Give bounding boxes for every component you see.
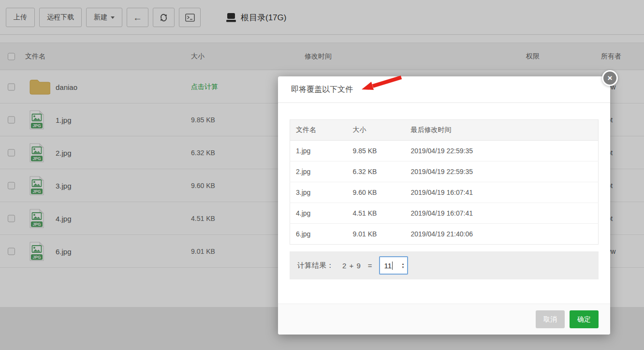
overwrite-file-table: 文件名 大小 最后修改时间 1.jpg 9.85 KB 2019/04/19 2… [290,119,599,245]
calc-equals-sign: = [368,262,372,270]
spinner-up-icon[interactable]: ▲ [402,262,405,265]
modal-cell-mtime: 2019/04/19 16:07:41 [405,203,599,224]
modal-cell-name: 3.jpg [290,182,347,203]
modal-cell-mtime: 2019/04/19 22:59:35 [405,161,599,182]
modal-cell-mtime: 2019/04/19 22:59:35 [405,141,599,161]
modal-cell-mtime: 2019/04/19 16:07:41 [405,182,599,203]
modal-cell-name: 4.jpg [290,203,347,224]
modal-cell-size: 9.60 KB [347,182,405,203]
modal-footer: 取消 确定 [278,304,610,335]
modal-cell-name: 6.jpg [290,224,347,245]
table-row: 1.jpg 9.85 KB 2019/04/19 22:59:35 [290,141,599,161]
spinner-down-icon[interactable]: ▼ [402,266,405,269]
red-arrow-annotation [350,73,408,94]
modal-cell-size: 6.32 KB [347,161,405,182]
captcha-calc-bar: 计算结果： 2 + 9 = 11 ▲ ▼ [290,251,599,279]
modal-cell-name: 1.jpg [290,141,347,161]
calc-answer-value: 11 [384,262,392,270]
close-icon[interactable]: × [602,70,618,86]
table-row: 3.jpg 9.60 KB 2019/04/19 16:07:41 [290,182,599,203]
modal-header-filename: 文件名 [290,120,347,141]
modal-cell-size: 4.51 KB [347,203,405,224]
calc-result-label: 计算结果： [297,261,334,270]
overwrite-confirm-modal: × 即将覆盖以下文件 文件名 大小 最后修改时间 1.jpg 9.85 KB 2… [278,76,610,335]
table-row: 2.jpg 6.32 KB 2019/04/19 22:59:35 [290,161,599,182]
confirm-button[interactable]: 确定 [570,310,599,328]
modal-cell-mtime: 2019/04/19 21:40:06 [405,224,599,245]
modal-body: 文件名 大小 最后修改时间 1.jpg 9.85 KB 2019/04/19 2… [278,103,610,279]
calc-expression: 2 + 9 [342,262,361,270]
text-caret [392,262,393,270]
modal-title: 即将覆盖以下文件 [291,85,353,95]
modal-cell-size: 9.01 KB [347,224,405,245]
number-spinner[interactable]: ▲ ▼ [402,257,405,274]
cancel-button[interactable]: 取消 [536,310,565,328]
table-row: 4.jpg 4.51 KB 2019/04/19 16:07:41 [290,203,599,224]
calc-answer-input[interactable]: 11 ▲ ▼ [379,256,408,275]
modal-header: 即将覆盖以下文件 [278,76,610,103]
modal-header-mtime: 最后修改时间 [405,120,599,141]
modal-header-size: 大小 [347,120,405,141]
modal-cell-size: 9.85 KB [347,141,405,161]
table-row: 6.jpg 9.01 KB 2019/04/19 21:40:06 [290,224,599,245]
modal-cell-name: 2.jpg [290,161,347,182]
